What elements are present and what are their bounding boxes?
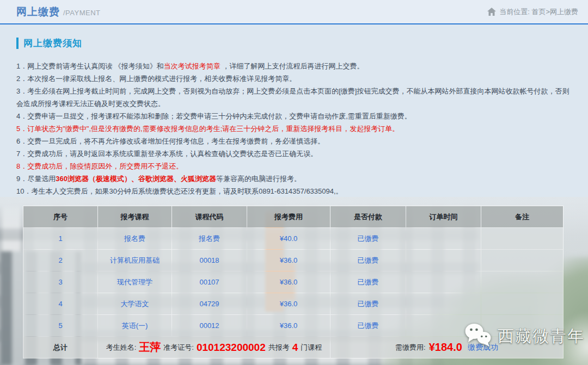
column-header-remark: 备注 — [481, 206, 563, 227]
cell-paid: 已缴费 — [330, 228, 406, 249]
cell-order-time — [406, 271, 481, 293]
notice-segment: 10．考生本人交完费后，如果30分钟后系统缴费状态还没有更新，请及时联系0891… — [16, 187, 343, 195]
cell-code: 00018 — [172, 250, 247, 271]
notice-segment: 7．交费成功后，请及时返回本系统或重新登录本系统，认真检查确认交费状态是否已正确… — [16, 150, 317, 158]
table-footer-total-label: 总计 — [23, 337, 97, 358]
cell-paid: 已缴费 — [330, 293, 406, 314]
cell-fee: ¥36.0 — [247, 315, 330, 336]
page-header: 网上缴费 /PAYMENT 当前位置: 首页>网上缴费 — [0, 0, 588, 23]
cell-paid: 已缴费 — [330, 250, 406, 271]
notice-segment: 360浏览器（极速模式）、谷歌浏览器、火狐浏览器 — [56, 175, 216, 183]
column-header-order-time: 订单时间 — [406, 206, 481, 227]
column-header-fee: 报考费用 — [247, 206, 330, 227]
cell-course: 英语(一) — [98, 315, 171, 336]
cell-course: 报名费 — [98, 228, 171, 249]
notice-segment: ，详细了解网上支付流程后再进行网上交费。 — [220, 62, 364, 70]
page-title: 网上缴费 /PAYMENT — [16, 5, 101, 19]
page-title-en: /PAYMENT — [63, 9, 101, 17]
cell-paid: 已缴费 — [330, 315, 406, 336]
notice-item: 9．尽量选用360浏览器（极速模式）、谷歌浏览器、火狐浏览器等兼容高的电脑进行报… — [16, 172, 573, 185]
cell-no: 2 — [23, 250, 97, 271]
cell-code: 报名费 — [172, 228, 247, 249]
cell-no: 3 — [23, 271, 97, 293]
notice-segment: 8．交费成功后，除疫情原因外，所交费用不予退还。 — [16, 162, 183, 170]
cell-remark — [481, 250, 563, 271]
notice-item: 2．本次报名一律采取线上报名、网上缴费的模式进行报考，相关收费标准详见报考简章。 — [16, 72, 573, 85]
cell-code: 04729 — [172, 293, 247, 314]
section-accent-bar — [16, 38, 19, 49]
notice-segment: 5．订单状态为"缴费中",但是没有缴费的,需要修改报考信息的考生;请在三十分钟之… — [16, 125, 399, 133]
notice-item: 1．网上交费前请考生认真阅读 《报考须知》和当次考试报考简章 ，详细了解网上支付… — [16, 60, 573, 72]
breadcrumb-text: 当前位置: 首页>网上缴费 — [499, 7, 578, 17]
payment-page: 网上缴费 /PAYMENT 当前位置: 首页>网上缴费 网上缴费须知 1．网上交… — [0, 0, 588, 365]
cell-course: 计算机应用基础 — [98, 250, 171, 271]
cell-order-time — [406, 293, 481, 314]
course-count-prefix: 共报考 — [268, 343, 290, 352]
wechat-icon — [464, 323, 493, 350]
header-divider — [0, 23, 588, 24]
column-header-code: 课程代码 — [172, 206, 247, 227]
section-heading: 网上缴费须知 — [16, 36, 82, 50]
watermark: 西藏微青年 — [464, 323, 585, 350]
page-title-cn: 网上缴费 — [16, 5, 60, 19]
breadcrumb[interactable]: 当前位置: 首页>网上缴费 — [487, 7, 578, 17]
cell-order-time — [406, 228, 481, 249]
notice-item: 7．交费成功后，请及时返回本系统或重新登录本系统，认真检查确认交费状态是否已正确… — [16, 147, 573, 160]
fee-due-label: 需缴费用: — [395, 343, 426, 352]
student-name-value: 王萍 — [139, 340, 161, 355]
cell-fee: ¥40.0 — [247, 228, 330, 249]
cell-code: 00107 — [172, 271, 247, 293]
payment-notice-list: 1．网上交费前请考生认真阅读 《报考须知》和当次考试报考简章 ，详细了解网上支付… — [16, 60, 573, 197]
notice-segment: 当次考试报考简章 — [164, 62, 220, 70]
cell-no: 4 — [23, 293, 97, 314]
ticket-number-label: 准考证号: — [163, 343, 194, 352]
column-header-paid: 是否付款 — [330, 206, 406, 227]
cell-remark — [481, 293, 563, 314]
notice-item: 8．交费成功后，除疫情原因外，所交费用不予退还。 — [16, 160, 573, 172]
notice-segment: 等兼容高的电脑进行报考。 — [216, 175, 301, 183]
notice-item: 10．考生本人交完费后，如果30分钟后系统缴费状态还没有更新，请及时联系0891… — [16, 185, 573, 197]
notice-item: 5．订单状态为"缴费中",但是没有缴费的,需要修改报考信息的考生;请在三十分钟之… — [16, 122, 573, 135]
notice-item: 3．考生必须在网上报考截止时间前，完成网上交费，否则视为自动放弃；网上交费必须是… — [16, 85, 573, 110]
cell-remark — [481, 271, 563, 293]
cell-code: 00012 — [172, 315, 247, 336]
column-header-no: 序号 — [23, 206, 97, 227]
watermark-text: 西藏微青年 — [498, 325, 585, 348]
ticket-number-value: 010123200002 — [197, 342, 266, 354]
cell-paid: 已缴费 — [330, 271, 406, 293]
notice-segment: 6．交费一旦完成后，将不再允许修改或者增加任何报考信息，考生在报考缴费前，务必谨… — [16, 137, 324, 145]
notice-item: 4．交费申请一旦提交，报考课程不能添加和删除；若交费申请三十分钟内未完成付款，交… — [16, 110, 573, 122]
cell-no: 5 — [23, 315, 97, 336]
cell-fee: ¥36.0 — [247, 293, 330, 314]
course-count-suffix: 门课程 — [301, 343, 322, 352]
cell-order-time — [406, 250, 481, 271]
cell-fee: ¥36.0 — [247, 250, 330, 271]
notice-segment: 1．网上交费前请考生认真阅读 《报考须知》和 — [16, 62, 164, 70]
section-title: 网上缴费须知 — [23, 37, 82, 50]
table-footer-student-info: 考生姓名: 王萍 准考证号: 010123200002 共报考 4 门课程 — [98, 337, 330, 358]
cell-remark — [481, 228, 563, 249]
notice-segment: 9．尽量选用 — [16, 175, 56, 183]
cell-course: 大学语文 — [98, 293, 171, 314]
student-name-label: 考生姓名: — [106, 343, 137, 352]
home-icon — [487, 8, 496, 16]
cell-no: 1 — [23, 228, 97, 249]
notice-segment: 4．交费申请一旦提交，报考课程不能添加和删除；若交费申请三十分钟内未完成付款，交… — [16, 112, 412, 120]
column-header-course: 报考课程 — [98, 206, 171, 227]
notice-segment: 2．本次报名一律采取线上报名、网上缴费的模式进行报考，相关收费标准详见报考简章。 — [16, 75, 296, 83]
notice-segment: 3．考生必须在网上报考截止时间前，完成网上交费，否则视为自动放弃；网上交费必须是… — [16, 87, 569, 108]
notice-item: 6．交费一旦完成后，将不再允许修改或者增加任何报考信息，考生在报考缴费前，务必谨… — [16, 135, 573, 147]
cell-fee: ¥36.0 — [247, 271, 330, 293]
course-count-value: 4 — [292, 342, 298, 354]
cell-course: 现代管理学 — [98, 271, 171, 293]
fee-due-value: ¥184.0 — [429, 341, 462, 354]
